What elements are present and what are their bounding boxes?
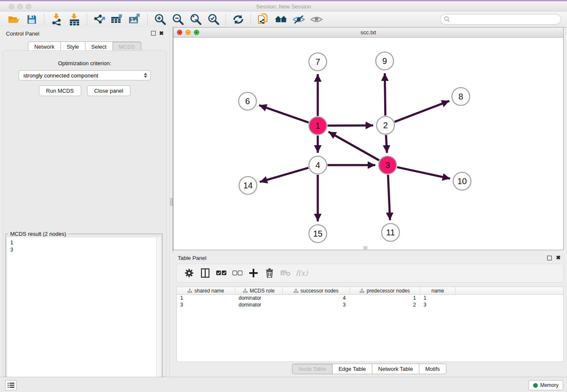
dropdown-stepper-icon bbox=[142, 72, 149, 79]
function-builder-icon[interactable]: f(x) bbox=[296, 268, 307, 279]
table-row[interactable]: 3dominator323 bbox=[177, 301, 563, 308]
graph-edge-4-14[interactable] bbox=[260, 168, 308, 182]
graph-edge-3-11[interactable] bbox=[388, 175, 390, 220]
zoom-in-icon[interactable] bbox=[154, 13, 166, 26]
table-row[interactable]: 1dominator411 bbox=[177, 295, 563, 301]
deselect-all-icon[interactable] bbox=[232, 268, 243, 279]
mcds-panel: Optimization criterion: strongly connect… bbox=[3, 50, 167, 377]
memory-button[interactable]: Memory bbox=[528, 380, 563, 390]
table-cell[interactable]: dominator bbox=[235, 301, 283, 308]
graph-node-label-15: 15 bbox=[313, 229, 322, 238]
window-title: Session: New Session bbox=[0, 3, 567, 10]
graph-node-label-3: 3 bbox=[385, 160, 390, 170]
select-all-icon[interactable] bbox=[216, 268, 227, 279]
graph-edge-2-8[interactable] bbox=[394, 101, 449, 121]
table-cell[interactable]: 4 bbox=[283, 295, 350, 301]
splitter-handle-icon[interactable] bbox=[170, 198, 173, 206]
float-table-panel-icon[interactable] bbox=[547, 256, 552, 260]
add-column-icon[interactable] bbox=[248, 268, 259, 279]
tab-edge-table[interactable]: Edge Table bbox=[333, 364, 372, 374]
show-eye-icon[interactable] bbox=[310, 13, 323, 26]
application-window: Session: New Session bbox=[0, 0, 567, 392]
close-table-panel-icon[interactable]: ✖ bbox=[556, 254, 561, 261]
table-cell[interactable]: 1 bbox=[350, 295, 420, 301]
graph-node-label-11: 11 bbox=[386, 228, 395, 237]
table-cell[interactable]: dominator bbox=[235, 295, 283, 301]
column-header-name[interactable]: name bbox=[420, 287, 456, 294]
graph-node-label-4: 4 bbox=[315, 160, 320, 170]
graph-edge-2-9[interactable] bbox=[385, 73, 385, 116]
export-network-icon[interactable] bbox=[93, 13, 106, 26]
shared-column-icon bbox=[243, 289, 248, 293]
network-view-window: ✕ – + scc.txt 1234678910111415 bbox=[173, 27, 564, 250]
main-toolbar bbox=[0, 11, 567, 28]
column-header-shared-name[interactable]: shared name bbox=[177, 287, 235, 294]
zoom-selected-icon[interactable] bbox=[207, 13, 220, 26]
table-toolbar: f(x) bbox=[176, 264, 564, 282]
mcds-result-list[interactable]: 13 bbox=[7, 237, 156, 392]
list-icon bbox=[8, 382, 14, 388]
table-cell[interactable]: 3 bbox=[420, 301, 456, 308]
table-tabs: Node Table Edge Table Network Table Moti… bbox=[171, 364, 567, 374]
zoom-fit-icon[interactable] bbox=[189, 13, 202, 26]
run-mcds-button[interactable]: Run MCDS bbox=[39, 86, 81, 96]
result-scrollbar[interactable] bbox=[156, 237, 161, 392]
mcds-result-title: MCDS result (2 nodes) bbox=[8, 231, 68, 237]
result-line: 3 bbox=[10, 246, 156, 253]
refresh-icon[interactable] bbox=[232, 13, 245, 26]
close-panel-button[interactable]: Close panel bbox=[87, 86, 131, 96]
canvas-scrollbar-thumb[interactable] bbox=[363, 246, 367, 249]
mcds-result-group: MCDS result (2 nodes) 13 bbox=[6, 234, 162, 392]
task-history-button[interactable] bbox=[5, 380, 17, 390]
network-canvas[interactable]: 1234678910111415 bbox=[173, 38, 563, 250]
graph-edge-1-6[interactable] bbox=[259, 105, 308, 123]
tab-motifs[interactable]: Motifs bbox=[419, 364, 446, 374]
search-icon bbox=[444, 16, 450, 22]
home-icon[interactable] bbox=[275, 13, 287, 26]
column-header-successor-nodes[interactable]: successor nodes bbox=[283, 287, 350, 294]
shared-column-icon bbox=[187, 289, 192, 293]
table-cell[interactable]: 1 bbox=[177, 295, 235, 301]
export-table-icon[interactable] bbox=[111, 13, 124, 26]
export-image-icon[interactable] bbox=[129, 13, 141, 26]
shared-column-icon bbox=[360, 289, 364, 293]
table-cell[interactable]: 3 bbox=[283, 301, 350, 308]
search-box bbox=[440, 14, 561, 25]
delete-table-icon[interactable] bbox=[280, 268, 291, 279]
search-input[interactable] bbox=[450, 16, 561, 22]
table-panel: Table Panel ✖ bbox=[171, 252, 567, 377]
table-cell[interactable]: 2 bbox=[350, 301, 420, 308]
tab-network-table[interactable]: Network Table bbox=[372, 364, 419, 374]
optimization-criterion-value: strongly connected component bbox=[23, 72, 98, 79]
save-icon[interactable] bbox=[25, 13, 38, 26]
column-chooser-icon[interactable] bbox=[200, 268, 211, 279]
graph-edge-3-1[interactable] bbox=[328, 132, 379, 160]
node-table-header: shared nameMCDS rolesuccessor nodesprede… bbox=[177, 287, 563, 295]
column-label: name bbox=[431, 288, 444, 294]
graph-edge-2-3[interactable] bbox=[386, 135, 387, 153]
column-header-predecessor-nodes[interactable]: predecessor nodes bbox=[350, 287, 420, 294]
node-table-body: 1dominator4113dominator323 bbox=[177, 295, 563, 308]
network-file-icon[interactable] bbox=[257, 13, 270, 26]
gear-icon[interactable] bbox=[184, 268, 195, 279]
delete-icon[interactable] bbox=[264, 268, 275, 279]
float-panel-icon[interactable] bbox=[151, 31, 156, 36]
network-window-titlebar[interactable]: ✕ – + scc.txt bbox=[173, 28, 563, 38]
shared-column-icon bbox=[294, 289, 298, 293]
open-folder-icon[interactable] bbox=[8, 13, 20, 26]
close-panel-icon[interactable]: ✖ bbox=[159, 30, 164, 36]
table-cell[interactable]: 1 bbox=[420, 295, 456, 301]
memory-label: Memory bbox=[540, 382, 559, 388]
zoom-out-icon[interactable] bbox=[171, 13, 184, 26]
hide-eye-icon[interactable] bbox=[292, 13, 305, 26]
column-label: MCDS role bbox=[250, 288, 275, 294]
graph-edge-1-2[interactable] bbox=[328, 125, 373, 126]
column-header-MCDS-role[interactable]: MCDS role bbox=[235, 287, 283, 294]
table-cell[interactable]: 3 bbox=[177, 301, 235, 308]
graph-edge-3-10[interactable] bbox=[397, 167, 450, 179]
graph-node-label-9: 9 bbox=[382, 56, 387, 66]
import-table-icon[interactable] bbox=[68, 13, 81, 26]
optimization-criterion-select[interactable]: strongly connected component bbox=[19, 70, 151, 80]
tab-node-table[interactable]: Node Table bbox=[292, 364, 333, 374]
import-network-icon[interactable] bbox=[50, 13, 63, 26]
